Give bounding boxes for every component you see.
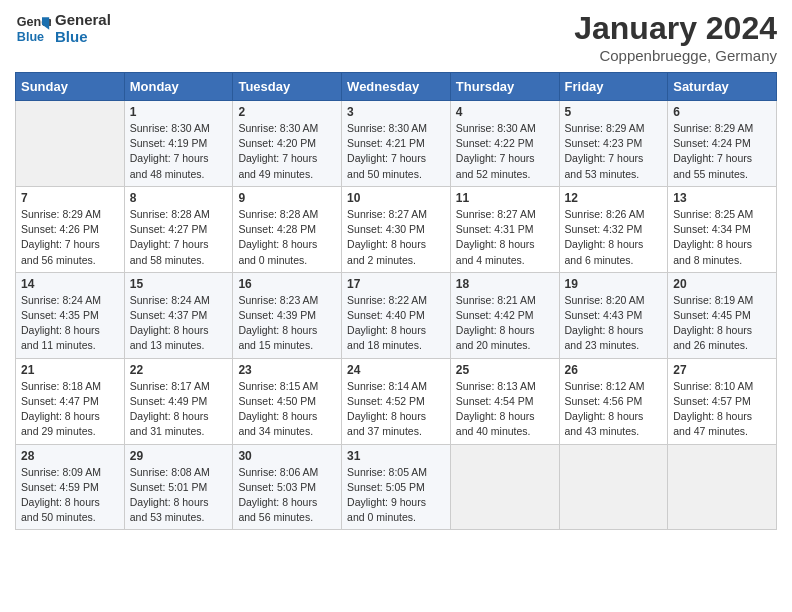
logo: General Blue General Blue xyxy=(15,10,111,46)
day-info: Sunrise: 8:19 AMSunset: 4:45 PMDaylight:… xyxy=(673,293,771,354)
day-number: 27 xyxy=(673,363,771,377)
day-cell: 8Sunrise: 8:28 AMSunset: 4:27 PMDaylight… xyxy=(124,186,233,272)
day-number: 30 xyxy=(238,449,336,463)
week-row-3: 14Sunrise: 8:24 AMSunset: 4:35 PMDayligh… xyxy=(16,272,777,358)
day-info: Sunrise: 8:08 AMSunset: 5:01 PMDaylight:… xyxy=(130,465,228,526)
day-info: Sunrise: 8:28 AMSunset: 4:28 PMDaylight:… xyxy=(238,207,336,268)
logo-icon: General Blue xyxy=(15,10,51,46)
day-info: Sunrise: 8:05 AMSunset: 5:05 PMDaylight:… xyxy=(347,465,445,526)
day-header-saturday: Saturday xyxy=(668,73,777,101)
day-cell: 7Sunrise: 8:29 AMSunset: 4:26 PMDaylight… xyxy=(16,186,125,272)
day-cell: 27Sunrise: 8:10 AMSunset: 4:57 PMDayligh… xyxy=(668,358,777,444)
day-cell: 11Sunrise: 8:27 AMSunset: 4:31 PMDayligh… xyxy=(450,186,559,272)
day-cell: 13Sunrise: 8:25 AMSunset: 4:34 PMDayligh… xyxy=(668,186,777,272)
day-number: 13 xyxy=(673,191,771,205)
title-area: January 2024 Coppenbruegge, Germany xyxy=(574,10,777,64)
day-number: 16 xyxy=(238,277,336,291)
day-number: 23 xyxy=(238,363,336,377)
day-header-friday: Friday xyxy=(559,73,668,101)
day-info: Sunrise: 8:24 AMSunset: 4:37 PMDaylight:… xyxy=(130,293,228,354)
day-number: 24 xyxy=(347,363,445,377)
day-number: 10 xyxy=(347,191,445,205)
week-row-2: 7Sunrise: 8:29 AMSunset: 4:26 PMDaylight… xyxy=(16,186,777,272)
day-cell: 31Sunrise: 8:05 AMSunset: 5:05 PMDayligh… xyxy=(342,444,451,530)
day-cell: 28Sunrise: 8:09 AMSunset: 4:59 PMDayligh… xyxy=(16,444,125,530)
day-number: 20 xyxy=(673,277,771,291)
day-cell: 2Sunrise: 8:30 AMSunset: 4:20 PMDaylight… xyxy=(233,101,342,187)
day-cell: 20Sunrise: 8:19 AMSunset: 4:45 PMDayligh… xyxy=(668,272,777,358)
day-number: 3 xyxy=(347,105,445,119)
day-info: Sunrise: 8:30 AMSunset: 4:22 PMDaylight:… xyxy=(456,121,554,182)
svg-text:Blue: Blue xyxy=(17,30,44,44)
day-cell: 14Sunrise: 8:24 AMSunset: 4:35 PMDayligh… xyxy=(16,272,125,358)
day-info: Sunrise: 8:29 AMSunset: 4:23 PMDaylight:… xyxy=(565,121,663,182)
subtitle: Coppenbruegge, Germany xyxy=(574,47,777,64)
header-row: SundayMondayTuesdayWednesdayThursdayFrid… xyxy=(16,73,777,101)
day-number: 6 xyxy=(673,105,771,119)
day-number: 21 xyxy=(21,363,119,377)
day-cell: 19Sunrise: 8:20 AMSunset: 4:43 PMDayligh… xyxy=(559,272,668,358)
day-cell: 21Sunrise: 8:18 AMSunset: 4:47 PMDayligh… xyxy=(16,358,125,444)
day-cell: 30Sunrise: 8:06 AMSunset: 5:03 PMDayligh… xyxy=(233,444,342,530)
day-cell: 25Sunrise: 8:13 AMSunset: 4:54 PMDayligh… xyxy=(450,358,559,444)
day-cell: 29Sunrise: 8:08 AMSunset: 5:01 PMDayligh… xyxy=(124,444,233,530)
day-number: 11 xyxy=(456,191,554,205)
day-number: 5 xyxy=(565,105,663,119)
day-info: Sunrise: 8:06 AMSunset: 5:03 PMDaylight:… xyxy=(238,465,336,526)
day-cell: 5Sunrise: 8:29 AMSunset: 4:23 PMDaylight… xyxy=(559,101,668,187)
day-number: 15 xyxy=(130,277,228,291)
day-info: Sunrise: 8:13 AMSunset: 4:54 PMDaylight:… xyxy=(456,379,554,440)
main-title: January 2024 xyxy=(574,10,777,47)
day-cell: 18Sunrise: 8:21 AMSunset: 4:42 PMDayligh… xyxy=(450,272,559,358)
day-number: 9 xyxy=(238,191,336,205)
day-info: Sunrise: 8:29 AMSunset: 4:24 PMDaylight:… xyxy=(673,121,771,182)
day-cell: 4Sunrise: 8:30 AMSunset: 4:22 PMDaylight… xyxy=(450,101,559,187)
day-cell: 12Sunrise: 8:26 AMSunset: 4:32 PMDayligh… xyxy=(559,186,668,272)
day-info: Sunrise: 8:21 AMSunset: 4:42 PMDaylight:… xyxy=(456,293,554,354)
day-number: 12 xyxy=(565,191,663,205)
day-header-thursday: Thursday xyxy=(450,73,559,101)
day-info: Sunrise: 8:10 AMSunset: 4:57 PMDaylight:… xyxy=(673,379,771,440)
day-header-monday: Monday xyxy=(124,73,233,101)
day-info: Sunrise: 8:12 AMSunset: 4:56 PMDaylight:… xyxy=(565,379,663,440)
day-number: 19 xyxy=(565,277,663,291)
day-header-tuesday: Tuesday xyxy=(233,73,342,101)
day-info: Sunrise: 8:29 AMSunset: 4:26 PMDaylight:… xyxy=(21,207,119,268)
week-row-4: 21Sunrise: 8:18 AMSunset: 4:47 PMDayligh… xyxy=(16,358,777,444)
week-row-5: 28Sunrise: 8:09 AMSunset: 4:59 PMDayligh… xyxy=(16,444,777,530)
day-cell xyxy=(559,444,668,530)
day-cell xyxy=(668,444,777,530)
day-number: 8 xyxy=(130,191,228,205)
calendar-body: 1Sunrise: 8:30 AMSunset: 4:19 PMDaylight… xyxy=(16,101,777,530)
day-info: Sunrise: 8:27 AMSunset: 4:31 PMDaylight:… xyxy=(456,207,554,268)
day-cell xyxy=(450,444,559,530)
logo-general: General xyxy=(55,11,111,28)
day-info: Sunrise: 8:15 AMSunset: 4:50 PMDaylight:… xyxy=(238,379,336,440)
day-cell: 3Sunrise: 8:30 AMSunset: 4:21 PMDaylight… xyxy=(342,101,451,187)
day-info: Sunrise: 8:22 AMSunset: 4:40 PMDaylight:… xyxy=(347,293,445,354)
day-info: Sunrise: 8:30 AMSunset: 4:19 PMDaylight:… xyxy=(130,121,228,182)
day-info: Sunrise: 8:20 AMSunset: 4:43 PMDaylight:… xyxy=(565,293,663,354)
day-cell: 16Sunrise: 8:23 AMSunset: 4:39 PMDayligh… xyxy=(233,272,342,358)
day-info: Sunrise: 8:18 AMSunset: 4:47 PMDaylight:… xyxy=(21,379,119,440)
day-info: Sunrise: 8:30 AMSunset: 4:21 PMDaylight:… xyxy=(347,121,445,182)
day-info: Sunrise: 8:27 AMSunset: 4:30 PMDaylight:… xyxy=(347,207,445,268)
day-cell: 22Sunrise: 8:17 AMSunset: 4:49 PMDayligh… xyxy=(124,358,233,444)
calendar-header: SundayMondayTuesdayWednesdayThursdayFrid… xyxy=(16,73,777,101)
day-info: Sunrise: 8:25 AMSunset: 4:34 PMDaylight:… xyxy=(673,207,771,268)
day-cell: 10Sunrise: 8:27 AMSunset: 4:30 PMDayligh… xyxy=(342,186,451,272)
day-cell: 26Sunrise: 8:12 AMSunset: 4:56 PMDayligh… xyxy=(559,358,668,444)
day-number: 14 xyxy=(21,277,119,291)
day-number: 28 xyxy=(21,449,119,463)
day-number: 22 xyxy=(130,363,228,377)
day-cell: 23Sunrise: 8:15 AMSunset: 4:50 PMDayligh… xyxy=(233,358,342,444)
day-header-sunday: Sunday xyxy=(16,73,125,101)
day-info: Sunrise: 8:30 AMSunset: 4:20 PMDaylight:… xyxy=(238,121,336,182)
day-number: 1 xyxy=(130,105,228,119)
day-cell: 15Sunrise: 8:24 AMSunset: 4:37 PMDayligh… xyxy=(124,272,233,358)
logo-blue: Blue xyxy=(55,28,111,45)
day-number: 17 xyxy=(347,277,445,291)
header: General Blue General Blue January 2024 C… xyxy=(15,10,777,64)
day-number: 25 xyxy=(456,363,554,377)
day-cell: 9Sunrise: 8:28 AMSunset: 4:28 PMDaylight… xyxy=(233,186,342,272)
